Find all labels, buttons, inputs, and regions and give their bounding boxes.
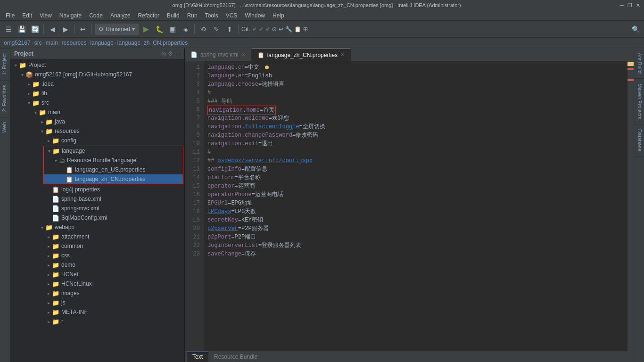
tab-lang-zh-close[interactable]: ✕ xyxy=(340,52,345,58)
toolbar-save-btn[interactable]: 💾 xyxy=(16,24,27,35)
tree-item-common[interactable]: ▸ 📁 common xyxy=(10,241,184,251)
toolbar-menu-icon[interactable]: ☰ xyxy=(3,24,14,35)
tree-item-images[interactable]: ▸ 📁 images xyxy=(10,288,184,298)
code-key: language xyxy=(207,64,235,71)
tree-item-spring-base[interactable]: 📄 spring-base.xml xyxy=(10,194,184,204)
panel-minimize-btn[interactable]: — xyxy=(175,50,181,57)
toolbar-forward-btn[interactable]: ▶ xyxy=(60,24,71,35)
code-line-19: secretKey=KEY密钥 xyxy=(207,216,623,224)
tree-label: css xyxy=(61,252,70,259)
breadcrumb-main[interactable]: main xyxy=(46,40,58,46)
lang-zh-tab-icon: 📋 xyxy=(257,52,264,58)
menu-run[interactable]: Run xyxy=(183,11,201,20)
breadcrumb-omg52167[interactable]: omg52167 xyxy=(4,40,31,46)
tab-lang-zh[interactable]: 📋 language_zh_CN.properties ✕ xyxy=(252,49,351,61)
menu-help[interactable]: Help xyxy=(269,11,288,20)
menu-file[interactable]: File xyxy=(2,11,18,20)
close-button[interactable]: ✕ xyxy=(636,2,640,8)
toolbar-back-btn[interactable]: ◀ xyxy=(47,24,58,35)
menu-vcs[interactable]: VCS xyxy=(222,11,241,20)
breadcrumb-file[interactable]: language_zh_CN.properties xyxy=(117,40,188,46)
toolbar-run-btn[interactable]: ▶ xyxy=(140,24,152,35)
tree-item-java[interactable]: ▸ 📁 java xyxy=(10,117,184,126)
editor-bottom-tabs: Text Resource Bundle xyxy=(185,351,634,362)
maximize-button[interactable]: ❐ xyxy=(627,2,632,8)
tree-item-language[interactable]: ▾ 📁 language xyxy=(44,146,183,156)
project-panel-title: Project xyxy=(14,50,33,57)
tree-item-idea[interactable]: ▸ 📁 .idea xyxy=(10,79,184,89)
tree-item-lib[interactable]: ▸ 📁 lib xyxy=(10,89,184,98)
tab-favorites[interactable]: 2: Favorites xyxy=(0,80,10,116)
maven-projects-tab[interactable]: Maven Projects xyxy=(634,79,644,124)
bottom-tab-text[interactable]: Text xyxy=(187,352,208,362)
toolbar-sync-btn[interactable]: 🔄 xyxy=(29,24,41,35)
menu-window[interactable]: Window xyxy=(241,11,269,20)
tree-item-project[interactable]: ▾ 📁 Project xyxy=(10,60,184,70)
toolbar-revert-btn[interactable]: ↩ xyxy=(77,24,89,35)
code-area[interactable]: language.cn=中文 language.en=English langu… xyxy=(204,61,627,351)
menu-view[interactable]: View xyxy=(36,11,56,20)
line-num-20: 20 xyxy=(185,224,204,233)
ant-build-tab[interactable]: Ant Build xyxy=(634,48,644,79)
tree-item-css[interactable]: ▸ 📁 css xyxy=(10,251,184,260)
toolbar-commit-btn[interactable]: ✎ xyxy=(211,24,222,35)
tree-item-attachment[interactable]: ▸ 📁 attachment xyxy=(10,232,184,241)
tab-project[interactable]: 1: Project xyxy=(0,48,10,80)
tree-item-omg52167[interactable]: ▾ 📦 omg52167 [omg] D:\GitHub\omg52167 xyxy=(10,70,184,79)
tab-spring-mvc[interactable]: 📄 spring-mvc.xml ✕ xyxy=(185,49,252,61)
code-line-7: navigation.welcome=欢迎您 xyxy=(207,114,623,123)
tree-arrow: ▾ xyxy=(46,148,52,154)
tree-item-r[interactable]: ▸ 📁 r xyxy=(10,317,184,326)
tree-item-config[interactable]: ▸ 📁 config xyxy=(10,136,184,145)
tree-item-lang-zh[interactable]: 📋 language_zh_CN.properties xyxy=(44,174,183,184)
menu-navigate[interactable]: Navigate xyxy=(56,11,85,20)
toolbar-push-btn[interactable]: ⬆ xyxy=(224,24,235,35)
right-tabs-strip: Ant Build Maven Projects Database xyxy=(634,48,644,362)
tree-item-spring-mvc[interactable]: 📄 spring-mvc.xml xyxy=(10,204,184,213)
menu-tools[interactable]: Tools xyxy=(201,11,222,20)
toolbar-profile-btn[interactable]: ◈ xyxy=(180,24,191,35)
tree-item-log4j[interactable]: 📋 log4j.properties xyxy=(10,185,184,194)
panel-settings-btn[interactable]: ⚙ xyxy=(168,50,173,57)
toolbar-search-btn[interactable]: 🔍 xyxy=(630,24,641,35)
toolbar-update-btn[interactable]: ⟲ xyxy=(198,24,209,35)
tree-label: .idea xyxy=(41,81,54,87)
line-num-5: 5 xyxy=(185,97,204,106)
toolbar-configuration-selector[interactable]: ⚙ Unnamed ▾ xyxy=(95,24,139,35)
menu-analyze[interactable]: Analyze xyxy=(107,11,134,20)
database-tab[interactable]: Database xyxy=(634,124,644,156)
bottom-tab-resource-bundle[interactable]: Resource Bundle xyxy=(208,352,263,362)
tab-spring-mvc-close[interactable]: ✕ xyxy=(241,52,246,58)
tree-item-js[interactable]: ▸ 📁 js xyxy=(10,298,184,307)
tree-item-meta-inf[interactable]: ▸ 📁 META-INF xyxy=(10,307,184,317)
menu-code[interactable]: Code xyxy=(85,11,107,20)
toolbar-debug-btn[interactable]: 🐛 xyxy=(154,24,165,35)
breadcrumb-src[interactable]: src xyxy=(34,40,42,46)
tree-item-hcnetlinux[interactable]: ▸ 📁 HCNetLinux xyxy=(10,279,184,288)
menu-edit[interactable]: Edit xyxy=(18,11,36,20)
tree-item-resource-bundle[interactable]: ▾ 🗂 Resource Bundle 'language' xyxy=(44,156,183,165)
line-num-16: 16 xyxy=(185,190,204,199)
tab-web[interactable]: Web xyxy=(0,117,10,137)
minimize-button[interactable]: ─ xyxy=(620,2,624,8)
project-icon: 📁 xyxy=(19,62,26,69)
folder-icon: 📁 xyxy=(32,90,40,97)
tree-item-webapp[interactable]: ▾ 📁 webapp xyxy=(10,222,184,232)
breadcrumb-language[interactable]: language xyxy=(90,40,113,46)
tree-item-lang-en[interactable]: 📋 language_en_US.properties xyxy=(44,165,183,174)
toolbar-coverage-btn[interactable]: ▣ xyxy=(167,24,178,35)
xml-file-icon: 📄 xyxy=(52,214,59,222)
tree-item-main[interactable]: ▾ 📁 main xyxy=(10,107,184,117)
menu-build[interactable]: Build xyxy=(163,11,183,20)
breadcrumb-resources[interactable]: resources xyxy=(62,40,87,46)
tree-item-hcnet[interactable]: ▸ 📁 HCNet xyxy=(10,270,184,279)
tree-item-resources[interactable]: ▾ 📁 resources xyxy=(10,126,184,136)
tree-item-sqlmap[interactable]: 📄 SqlMapConfig.xml xyxy=(10,213,184,222)
tree-arrow: ▸ xyxy=(45,310,52,315)
tree-label: spring-base.xml xyxy=(61,196,101,202)
tree-item-src[interactable]: ▾ 📁 src xyxy=(10,98,184,107)
tree-label: java xyxy=(55,118,65,125)
panel-locate-btn[interactable]: ◎ xyxy=(161,50,166,57)
menu-refactor[interactable]: Refactor xyxy=(134,11,163,20)
tree-item-demo[interactable]: ▸ 📁 demo xyxy=(10,260,184,270)
